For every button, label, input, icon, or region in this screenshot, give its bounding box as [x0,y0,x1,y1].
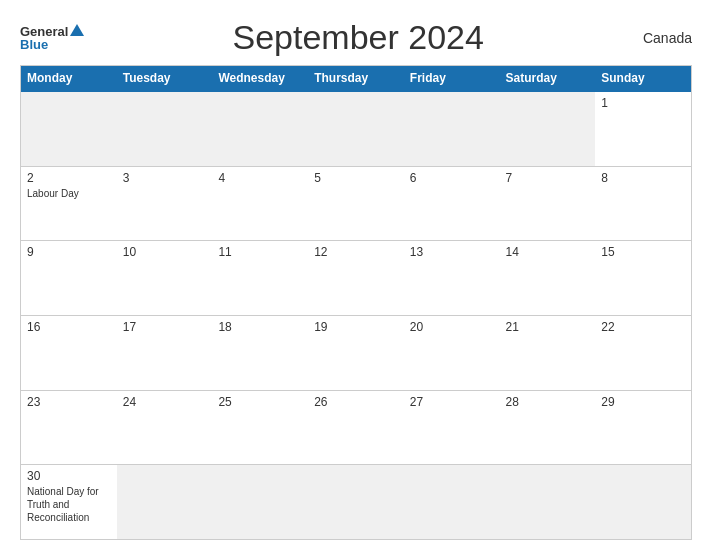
day-cell [21,92,117,166]
month-title: September 2024 [84,18,632,57]
day-cell: 6 [404,167,500,241]
calendar: Monday Tuesday Wednesday Thursday Friday… [20,65,692,540]
day-cell: 15 [595,241,691,315]
header-wednesday: Wednesday [212,66,308,90]
day-cell [308,465,404,539]
header-thursday: Thursday [308,66,404,90]
day-cell: 26 [308,391,404,465]
day-number: 22 [601,320,685,334]
header-tuesday: Tuesday [117,66,213,90]
day-number: 10 [123,245,207,259]
day-cell: 7 [500,167,596,241]
day-cell: 17 [117,316,213,390]
day-number: 11 [218,245,302,259]
day-number: 4 [218,171,302,185]
day-cell: 29 [595,391,691,465]
day-cell: 28 [500,391,596,465]
day-cell: 3 [117,167,213,241]
day-cell: 27 [404,391,500,465]
day-number: 13 [410,245,494,259]
day-cell: 13 [404,241,500,315]
header-friday: Friday [404,66,500,90]
logo-general-text: General [20,25,68,38]
day-cell: 1 [595,92,691,166]
header-sunday: Sunday [595,66,691,90]
day-cell: 25 [212,391,308,465]
week-row-3: 16171819202122 [21,315,691,390]
day-cell [404,465,500,539]
day-number: 3 [123,171,207,185]
day-number: 30 [27,469,111,483]
calendar-page: General Blue September 2024 Canada Monda… [0,0,712,550]
day-cell: 14 [500,241,596,315]
logo-blue-text: Blue [20,38,84,51]
day-number: 1 [601,96,685,110]
day-cell [500,92,596,166]
day-cell: 2Labour Day [21,167,117,241]
day-cell [500,465,596,539]
day-number: 29 [601,395,685,409]
week-row-5: 30National Day for Truth and Reconciliat… [21,464,691,539]
day-cell: 8 [595,167,691,241]
day-number: 27 [410,395,494,409]
day-number: 2 [27,171,111,185]
logo-triangle-icon [70,24,84,36]
day-number: 15 [601,245,685,259]
day-cell: 21 [500,316,596,390]
day-cell: 23 [21,391,117,465]
header: General Blue September 2024 Canada [20,18,692,57]
day-number: 8 [601,171,685,185]
week-row-0: 1 [21,90,691,166]
day-cell: 4 [212,167,308,241]
day-event: Labour Day [27,188,79,199]
week-row-1: 2Labour Day345678 [21,166,691,241]
day-number: 17 [123,320,207,334]
day-number: 9 [27,245,111,259]
day-cell: 10 [117,241,213,315]
day-number: 12 [314,245,398,259]
logo: General Blue [20,24,84,51]
day-cell: 12 [308,241,404,315]
day-cell: 30National Day for Truth and Reconciliat… [21,465,117,539]
day-cell [595,465,691,539]
day-cell: 5 [308,167,404,241]
day-number: 25 [218,395,302,409]
day-cell [117,465,213,539]
calendar-body: 12Labour Day3456789101112131415161718192… [21,90,691,539]
day-cell [212,92,308,166]
header-monday: Monday [21,66,117,90]
week-row-2: 9101112131415 [21,240,691,315]
day-cell [308,92,404,166]
day-number: 24 [123,395,207,409]
day-cell [117,92,213,166]
day-cell: 22 [595,316,691,390]
day-cell: 18 [212,316,308,390]
day-number: 26 [314,395,398,409]
day-number: 14 [506,245,590,259]
day-headers: Monday Tuesday Wednesday Thursday Friday… [21,66,691,90]
day-number: 21 [506,320,590,334]
day-cell: 16 [21,316,117,390]
day-cell [212,465,308,539]
header-saturday: Saturday [500,66,596,90]
day-number: 20 [410,320,494,334]
week-row-4: 23242526272829 [21,390,691,465]
day-number: 28 [506,395,590,409]
day-number: 6 [410,171,494,185]
day-cell: 11 [212,241,308,315]
day-cell [404,92,500,166]
day-number: 23 [27,395,111,409]
day-number: 19 [314,320,398,334]
day-cell: 20 [404,316,500,390]
day-number: 7 [506,171,590,185]
day-cell: 24 [117,391,213,465]
day-number: 5 [314,171,398,185]
day-number: 18 [218,320,302,334]
day-cell: 19 [308,316,404,390]
day-number: 16 [27,320,111,334]
day-event: National Day for Truth and Reconciliatio… [27,486,99,523]
country-label: Canada [632,30,692,46]
day-cell: 9 [21,241,117,315]
